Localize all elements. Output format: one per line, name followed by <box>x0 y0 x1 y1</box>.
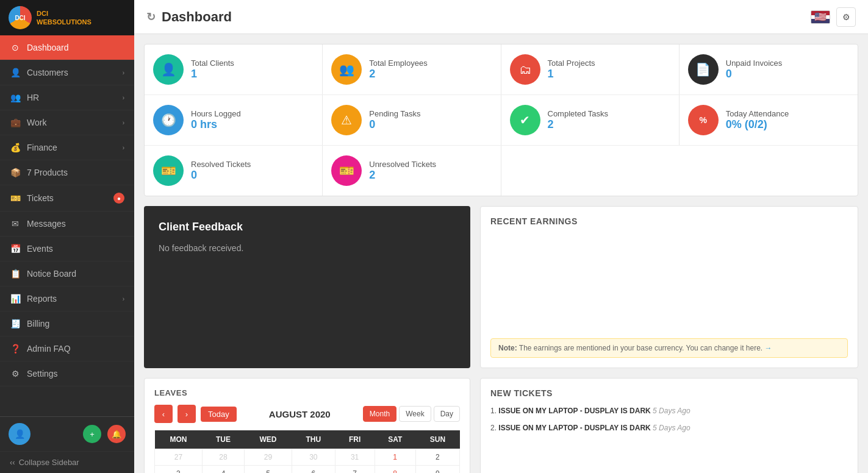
stat-completed-tasks: ✔ Completed Tasks 2 <box>501 95 680 145</box>
cal-header-fri: FRI <box>335 430 375 449</box>
tickets-badge: ● <box>113 193 124 204</box>
sidebar-item-products[interactable]: 📦 7 Products <box>0 160 134 185</box>
sidebar-item-admin-faq[interactable]: ❓ Admin FAQ <box>0 336 134 361</box>
cal-cell[interactable]: 29 <box>245 449 292 466</box>
earnings-note-link[interactable]: → <box>765 344 772 352</box>
leaves-section-title: LEAVES <box>154 388 460 397</box>
sidebar-label-products: 7 Products <box>27 168 68 177</box>
stats-row-2: 🕐 Hours Logged 0 hrs ⚠ Pending Tasks 0 ✔ <box>145 95 858 146</box>
sidebar-label-hr: HR <box>27 93 39 102</box>
messages-icon: ✉ <box>10 219 21 229</box>
ticket-time-1: 5 Days Ago <box>653 407 690 415</box>
chevron-right-icon: › <box>123 69 124 76</box>
hours-logged-icon: 🕐 <box>153 105 184 135</box>
sidebar-label-messages: Messages <box>27 219 66 229</box>
total-clients-icon: 👤 <box>153 54 184 85</box>
pending-tasks-icon: ⚠ <box>331 105 362 135</box>
sidebar-item-messages[interactable]: ✉ Messages <box>0 212 134 237</box>
chevron-right-icon: › <box>123 119 124 126</box>
stats-row-1: 👤 Total Clients 1 👥 Total Employees 2 🗂 <box>145 44 858 95</box>
cal-cell[interactable]: 9 <box>415 466 459 474</box>
cal-cell[interactable]: 7 <box>335 466 375 474</box>
sidebar-item-hr[interactable]: 👥 HR › <box>0 85 134 110</box>
stat-hours-logged: 🕐 Hours Logged 0 hrs <box>145 95 323 145</box>
cal-header-thu: THU <box>292 430 335 449</box>
resolved-tickets-icon: 🎫 <box>153 155 184 186</box>
total-projects-label: Total Projects <box>548 59 595 68</box>
cal-cell[interactable]: 30 <box>292 449 335 466</box>
chevron-right-icon: › <box>123 94 124 101</box>
sidebar-item-reports[interactable]: 📊 Reports › <box>0 286 134 311</box>
today-attendance-label: Today Attendance <box>726 109 789 118</box>
sidebar-item-dashboard[interactable]: ⊙ Dashboard <box>0 35 134 60</box>
sidebar-item-tickets[interactable]: 🎫 Tickets ● <box>0 185 134 212</box>
sidebar-item-notice-board[interactable]: 📋 Notice Board <box>0 261 134 286</box>
sidebar: DCI DCI WEBSOLUTIONS ⊙ Dashboard 👤 Custo… <box>0 0 134 473</box>
ticket-title-2[interactable]: ISSUE ON MY LAPTOP - DUSPLAY IS DARK <box>498 424 650 432</box>
middle-section: Client Feedback No feedback received. RE… <box>144 206 858 368</box>
cal-cell[interactable]: 4 <box>202 466 244 474</box>
stat-unresolved-tickets: 🎫 Unresolved Tickets 2 <box>323 146 501 196</box>
calendar-next-button[interactable]: › <box>178 405 196 423</box>
sidebar-label-events: Events <box>27 244 53 254</box>
earnings-section-title: RECENT EARNINGS <box>490 216 848 226</box>
stat-total-projects: 🗂 Total Projects 1 <box>501 44 680 94</box>
cal-cell[interactable]: 31 <box>335 449 375 466</box>
cal-cell[interactable]: 28 <box>202 449 244 466</box>
unresolved-tickets-icon: 🎫 <box>331 155 362 186</box>
calendar-prev-button[interactable]: ‹ <box>154 405 173 423</box>
content-area: 👤 Total Clients 1 👥 Total Employees 2 🗂 <box>134 34 868 473</box>
total-employees-label: Total Employees <box>369 59 427 68</box>
cal-cell[interactable]: 2 <box>415 449 459 466</box>
table-row: 3 4 5 6 7 8 9 <box>155 466 460 474</box>
ticket-title-1[interactable]: ISSUE ON MY LAPTOP - DUSPLAY IS DARK <box>498 407 650 415</box>
logo: DCI DCI WEBSOLUTIONS <box>0 0 134 35</box>
stat-total-clients: 👤 Total Clients 1 <box>145 44 323 94</box>
sidebar-label-reports: Reports <box>27 294 57 304</box>
collapse-sidebar-button[interactable]: ‹‹ Collapse Sidebar <box>0 451 134 473</box>
sidebar-item-customers[interactable]: 👤 Customers › <box>0 60 134 85</box>
hr-icon: 👥 <box>10 93 21 102</box>
reports-icon: 📊 <box>10 294 21 304</box>
calendar-today-button[interactable]: Today <box>201 407 237 422</box>
earnings-chart-empty <box>490 233 848 331</box>
cal-cell[interactable]: 8 <box>375 466 415 474</box>
calendar-week-view-button[interactable]: Week <box>399 406 431 422</box>
ticket-number: 1. <box>490 407 498 415</box>
earnings-note-prefix: Note: <box>498 344 517 352</box>
settings-icon: ⚙ <box>10 369 21 379</box>
sidebar-label-finance: Finance <box>27 143 57 152</box>
language-flag-button[interactable]: 🇺🇸 <box>811 10 830 24</box>
sidebar-item-settings[interactable]: ⚙ Settings <box>0 361 134 386</box>
calendar-controls: ‹ › Today AUGUST 2020 Month Week Day <box>154 405 460 423</box>
add-button[interactable]: + <box>83 425 101 443</box>
settings-gear-button[interactable]: ⚙ <box>836 7 856 27</box>
cal-cell[interactable]: 6 <box>292 466 335 474</box>
sidebar-item-work[interactable]: 💼 Work › <box>0 110 134 135</box>
completed-tasks-icon: ✔ <box>510 105 540 135</box>
cal-cell[interactable]: 3 <box>155 466 203 474</box>
cal-header-mon: MON <box>155 430 203 449</box>
calendar-table: MON TUE WED THU FRI SAT SUN 27 28 <box>154 430 460 473</box>
feedback-title: Client Feedback <box>159 221 456 233</box>
sidebar-item-events[interactable]: 📅 Events <box>0 237 134 261</box>
cal-header-wed: WED <box>245 430 292 449</box>
stats-row-3: 🎫 Resolved Tickets 0 🎫 Unresolved Ticket… <box>145 146 858 196</box>
avatar[interactable]: 👤 <box>9 423 30 445</box>
sidebar-item-billing[interactable]: 🧾 Billing <box>0 311 134 336</box>
stat-unpaid-invoices: 📄 Unpaid Invoices 0 <box>680 44 858 94</box>
notification-button[interactable]: 🔔 <box>107 425 126 443</box>
cal-cell[interactable]: 5 <box>245 466 292 474</box>
calendar-month-view-button[interactable]: Month <box>363 406 396 422</box>
cal-header-sun: SUN <box>415 430 459 449</box>
cal-cell[interactable]: 27 <box>155 449 203 466</box>
notice-icon: 📋 <box>10 269 21 279</box>
sidebar-item-finance[interactable]: 💰 Finance › <box>0 135 134 160</box>
resolved-tickets-value: 0 <box>191 169 251 182</box>
today-attendance-icon: % <box>688 105 719 135</box>
today-attendance-value: 0% (0/2) <box>726 118 789 131</box>
calendar-month-label: AUGUST 2020 <box>242 409 358 419</box>
cal-cell[interactable]: 1 <box>375 449 415 466</box>
calendar-day-view-button[interactable]: Day <box>434 406 460 422</box>
sidebar-bottom: 👤 + 🔔 <box>0 416 134 451</box>
